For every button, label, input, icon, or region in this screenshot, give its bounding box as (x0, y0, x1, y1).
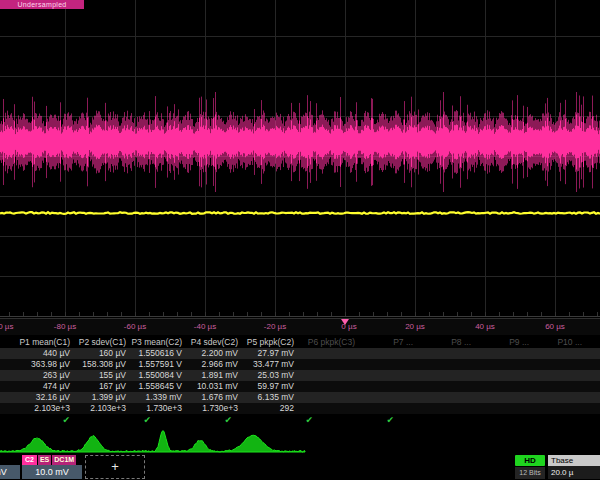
measure-row: 2.103e+32.103e+31.730e+31.730e+3292 (0, 403, 600, 414)
measure-value-cell (474, 370, 532, 381)
measure-value-cell (532, 381, 585, 392)
measure-value-cell (532, 359, 585, 370)
c1-vdiv-value: 10.0 mV (0, 465, 20, 479)
measure-value-cell: 1.557591 V (129, 359, 185, 370)
time-axis-tick-label: -60 µs (124, 322, 146, 331)
measure-row: 440 µV160 µV1.550616 V2.200 mV27.97 mV (0, 348, 600, 359)
timebase-label: Tbase (548, 455, 600, 466)
status-empty-cell (508, 414, 591, 426)
measure-table-body: 440 µV160 µV1.550616 V2.200 mV27.97 mV36… (0, 348, 600, 414)
measure-value-cell: 1.891 mV (185, 370, 241, 381)
measure-column-header[interactable]: P2 sdev(C1) (73, 336, 129, 348)
measure-value-cell: 158.308 µV (73, 359, 129, 370)
measure-value-cell (474, 348, 532, 359)
timebase-box[interactable]: Tbase 20.0 µ (548, 455, 600, 479)
measurement-status-row: ✔✔✔✔✔ (0, 414, 600, 426)
status-empty-cell (591, 414, 600, 426)
measure-column-header[interactable]: P10 ... (532, 336, 585, 348)
measure-value-cell: 167 µV (73, 381, 129, 392)
measure-value-cell: 1.550084 V (129, 370, 185, 381)
status-check-icon: ✔ (260, 414, 341, 426)
c2-coupling-badge: DC1M (52, 455, 76, 465)
time-axis-tick-label: -80 µs (54, 322, 76, 331)
measure-value-cell (474, 392, 532, 403)
measure-value-cell (358, 381, 416, 392)
measure-value-cell (474, 381, 532, 392)
add-trace-button[interactable]: + (85, 455, 145, 479)
time-axis: -100 µs-80 µs-60 µs-40 µs-20 µs0 µs20 µs… (0, 318, 600, 335)
measurement-header-row: P1 mean(C1)P2 sdev(C1)P3 mean(C2)P4 sdev… (0, 336, 600, 348)
measure-value-cell (416, 403, 474, 414)
trigger-time-marker-icon[interactable] (341, 319, 349, 325)
time-axis-tick-label: 20 µs (405, 322, 425, 331)
measure-value-cell (416, 359, 474, 370)
measure-column-header[interactable]: P6 pkpk(C3) (297, 336, 358, 348)
channel-c2-descriptor[interactable]: C2 ES DC1M 10.0 mV (22, 455, 82, 479)
acquisition-mode-box[interactable]: HD 12 Bits (515, 455, 545, 479)
measure-value-cell (416, 392, 474, 403)
measure-value-cell: 2.200 mV (185, 348, 241, 359)
measure-column-header[interactable]: P3 mean(C2) (129, 336, 185, 348)
measure-value-cell: 2.103e+3 (0, 403, 73, 414)
waveform-plot-area[interactable]: Undersampled (0, 0, 600, 318)
time-axis-tick-label: -40 µs (194, 322, 216, 331)
c2-tab[interactable]: C2 (22, 455, 37, 465)
measure-value-cell (358, 348, 416, 359)
measure-value-cell: 363.98 µV (0, 359, 73, 370)
measure-value-cell: 25.03 mV (241, 370, 297, 381)
measure-column-header[interactable]: P4 sdev(C2) (185, 336, 241, 348)
measure-value-cell (416, 348, 474, 359)
undersampled-badge: Undersampled (0, 0, 84, 9)
status-empty-cell (422, 414, 508, 426)
measure-column-header[interactable]: P1 mean(C1) (0, 336, 73, 348)
measure-row: 263 µV155 µV1.550084 V1.891 mV25.03 mV (0, 370, 600, 381)
status-check-icon: ✔ (98, 414, 179, 426)
measure-value-cell (297, 370, 358, 381)
c2-es-badge: ES (38, 455, 51, 465)
c2-vdiv-value: 10.0 mV (22, 465, 82, 479)
measure-value-cell: 292 (241, 403, 297, 414)
measure-value-cell (532, 370, 585, 381)
measure-value-cell: 155 µV (73, 370, 129, 381)
measure-value-cell: 1.730e+3 (129, 403, 185, 414)
measure-value-cell: 1.550616 V (129, 348, 185, 359)
trend-canvas[interactable] (0, 428, 600, 455)
measure-value-cell: 160 µV (73, 348, 129, 359)
measure-value-cell (358, 370, 416, 381)
measure-value-cell (532, 403, 585, 414)
measure-value-cell (297, 381, 358, 392)
measure-value-cell (297, 359, 358, 370)
measure-value-cell: 2.103e+3 (73, 403, 129, 414)
measure-column-header[interactable]: P8 ... (416, 336, 474, 348)
measure-value-cell: 1.558645 V (129, 381, 185, 392)
waveform-canvas[interactable] (0, 0, 600, 318)
status-check-icon: ✔ (179, 414, 260, 426)
measure-row: 363.98 µV158.308 µV1.557591 V2.966 mV33.… (0, 359, 600, 370)
measure-column-header[interactable]: P9 ... (474, 336, 532, 348)
measure-column-header[interactable]: P5 pkpk(C2) (241, 336, 297, 348)
measure-value-cell (297, 392, 358, 403)
adc-bits-label: 12 Bits (515, 467, 545, 479)
measure-value-cell: 1.399 µV (73, 392, 129, 403)
measure-row: 32.16 µV1.399 µV1.339 mV1.676 mV6.135 mV (0, 392, 600, 403)
measure-value-cell: 2.966 mV (185, 359, 241, 370)
measurement-table: P1 mean(C1)P2 sdev(C1)P3 mean(C2)P4 sdev… (0, 336, 600, 426)
measure-value-cell (358, 403, 416, 414)
timebase-value: 20.0 µ (548, 466, 600, 479)
measure-value-cell (297, 403, 358, 414)
time-axis-tick-label: -100 µs (0, 322, 13, 331)
measure-value-cell (532, 348, 585, 359)
trend-trace-area[interactable] (0, 428, 600, 455)
measure-value-cell (474, 403, 532, 414)
channel-c1-descriptor[interactable]: DC1M 10.0 mV (0, 455, 20, 479)
measure-value-cell: 6.135 mV (241, 392, 297, 403)
measure-value-cell (532, 392, 585, 403)
measure-value-cell (358, 359, 416, 370)
measure-value-cell: 1.730e+3 (185, 403, 241, 414)
measure-column-header[interactable]: P7 ... (358, 336, 416, 348)
measure-value-cell: 1.339 mV (129, 392, 185, 403)
measure-row: 474 µV167 µV1.558645 V10.031 mV59.97 mV (0, 381, 600, 392)
bottom-descriptor-bar: DC1M 10.0 mV C2 ES DC1M 10.0 mV + HD 12 … (0, 455, 600, 480)
time-axis-tick-label: 60 µs (545, 322, 565, 331)
hd-mode-badge[interactable]: HD (515, 455, 545, 466)
